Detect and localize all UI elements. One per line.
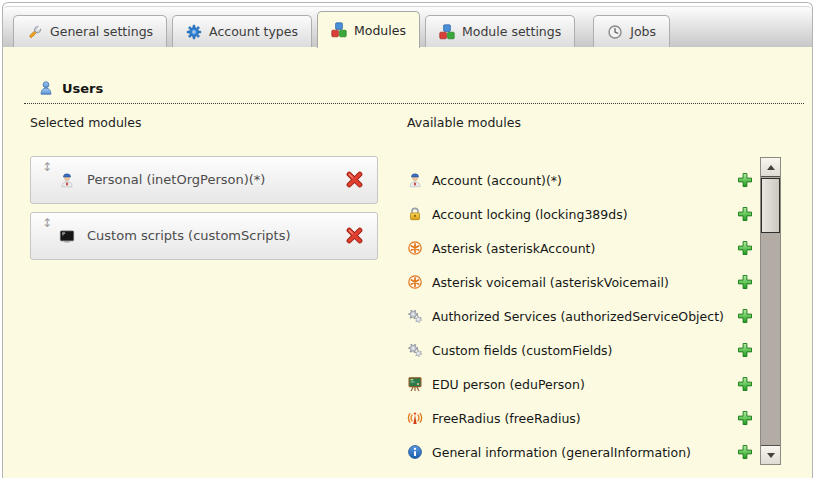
tab-module-settings[interactable]: Module settings xyxy=(425,15,575,47)
available-module-row: Account (account)(*) xyxy=(407,163,753,197)
green-plus-icon[interactable] xyxy=(737,410,753,426)
tab-label: Modules xyxy=(354,23,406,38)
green-plus-icon[interactable] xyxy=(737,274,753,290)
clock-icon xyxy=(607,24,623,40)
red-x-icon[interactable] xyxy=(346,171,363,188)
padlock-icon xyxy=(407,206,423,222)
green-plus-icon[interactable] xyxy=(737,172,753,188)
blocks-icon xyxy=(439,24,455,40)
drag-handle-icon[interactable]: ↕ xyxy=(42,216,52,230)
selected-modules-heading: Selected modules xyxy=(30,115,142,130)
available-module-row: Authorized Services (authorizedServiceOb… xyxy=(407,299,753,333)
module-label: Asterisk (asteriskAccount) xyxy=(432,241,595,256)
person-icon xyxy=(407,172,423,188)
drag-handle-icon[interactable]: ↕ xyxy=(42,160,52,174)
gear-icon xyxy=(186,24,202,40)
tab-jobs[interactable]: Jobs xyxy=(593,15,670,47)
gears-icon xyxy=(407,308,423,324)
available-module-row: Account locking (locking389ds) xyxy=(407,197,753,231)
asterisk-icon xyxy=(407,274,423,290)
users-section-header: Users xyxy=(24,80,804,104)
available-module-row: Custom fields (customFields) xyxy=(407,333,753,367)
tab-label: Module settings xyxy=(462,24,561,39)
module-label: Custom fields (customFields) xyxy=(432,343,612,358)
module-label: Authorized Services (authorizedServiceOb… xyxy=(432,309,724,324)
green-plus-icon[interactable] xyxy=(737,342,753,358)
terminal-icon xyxy=(59,228,75,244)
lam-configuration-window: General settings Account types xyxy=(0,0,814,478)
selected-module-row[interactable]: ↕ Custom scripts (customScripts) xyxy=(30,212,378,260)
available-module-row: EDU person (eduPerson) xyxy=(407,367,753,401)
gears-icon xyxy=(407,342,423,358)
section-title: Users xyxy=(62,81,103,96)
available-module-row: Asterisk voicemail (asteriskVoicemail) xyxy=(407,265,753,299)
wrench-icon xyxy=(27,24,43,40)
module-label: FreeRadius (freeRadius) xyxy=(432,411,581,426)
module-label: General information (generalInformation) xyxy=(432,445,691,460)
info-icon xyxy=(407,444,423,460)
module-label: Account (account)(*) xyxy=(432,173,562,188)
user-icon xyxy=(38,80,54,96)
module-label: EDU person (eduPerson) xyxy=(432,377,585,392)
chalkboard-icon xyxy=(407,376,423,392)
green-plus-icon[interactable] xyxy=(737,444,753,460)
scroll-down-button[interactable] xyxy=(761,445,780,464)
available-module-row: FreeRadius (freeRadius) xyxy=(407,401,753,435)
scroll-up-button[interactable] xyxy=(761,158,780,177)
triangle-up-icon xyxy=(767,165,775,170)
tab-account-types[interactable]: Account types xyxy=(172,15,312,47)
available-module-row: Asterisk (asteriskAccount) xyxy=(407,231,753,265)
tab-general-settings[interactable]: General settings xyxy=(13,15,167,47)
green-plus-icon[interactable] xyxy=(737,240,753,256)
tab-modules[interactable]: Modules xyxy=(317,11,420,48)
module-label: Account locking (locking389ds) xyxy=(432,207,628,222)
green-plus-icon[interactable] xyxy=(737,376,753,392)
scrollbar-thumb[interactable] xyxy=(761,178,780,233)
tab-label: Jobs xyxy=(630,24,656,39)
green-plus-icon[interactable] xyxy=(737,206,753,222)
available-modules-scrollbar[interactable] xyxy=(760,157,781,465)
green-plus-icon[interactable] xyxy=(737,308,753,324)
selected-module-row[interactable]: ↕ Personal (inetOrgPerson)(*) xyxy=(30,156,378,204)
asterisk-icon xyxy=(407,240,423,256)
triangle-down-icon xyxy=(767,453,775,458)
module-label: Custom scripts (customScripts) xyxy=(87,228,291,243)
red-x-icon[interactable] xyxy=(346,227,363,244)
available-modules-heading: Available modules xyxy=(407,115,521,130)
blocks-icon xyxy=(331,22,347,38)
tab-label: Account types xyxy=(209,24,298,39)
available-module-row: General information (generalInformation) xyxy=(407,435,753,469)
tab-label: General settings xyxy=(50,24,153,39)
person-icon xyxy=(59,172,75,188)
antenna-icon xyxy=(407,410,423,426)
module-label: Asterisk voicemail (asteriskVoicemail) xyxy=(432,275,669,290)
module-label: Personal (inetOrgPerson)(*) xyxy=(87,172,265,187)
tab-bar: General settings Account types xyxy=(3,6,812,48)
